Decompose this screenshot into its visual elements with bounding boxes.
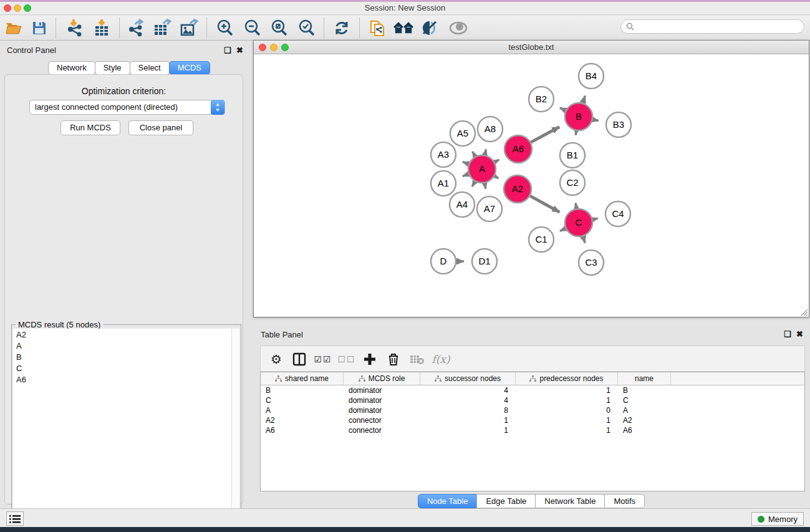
graph-edge-A-A3[interactable]	[463, 162, 468, 164]
graph-edge-B-B2[interactable]	[560, 108, 566, 110]
float-panel-icon[interactable]: ❑	[784, 330, 791, 339]
column-header[interactable]: successor nodes	[420, 372, 516, 385]
tab-style[interactable]: Style	[95, 61, 130, 75]
close-panel-icon[interactable]: ✖	[796, 330, 803, 339]
network-window-titlebar[interactable]: testGlobe.txt	[254, 41, 809, 54]
import-table-icon[interactable]	[92, 19, 112, 37]
graph-edge-C-C3[interactable]	[583, 236, 585, 243]
import-network-icon[interactable]	[65, 19, 85, 37]
zoom-network-button[interactable]	[281, 44, 289, 51]
export-image-icon[interactable]	[179, 19, 199, 37]
main-toolbar	[0, 16, 810, 41]
zoom-in-icon[interactable]	[215, 19, 235, 37]
graph-node-label: B1	[567, 150, 578, 160]
close-window-button[interactable]	[4, 4, 11, 12]
table-row[interactable]: A6 connector 1 1 A6	[261, 425, 804, 435]
graph-edge-A-A7[interactable]	[485, 183, 486, 189]
zoom-fit-icon[interactable]	[269, 19, 289, 37]
graph-node-label: C2	[566, 177, 578, 188]
control-panel-tabs: Network Style Select MCDS	[49, 61, 210, 75]
tab-node-table[interactable]: Node Table	[418, 494, 478, 508]
table-row[interactable]: B dominator 4 1 B	[261, 385, 804, 395]
export-network-icon[interactable]	[126, 19, 146, 37]
minimize-network-button[interactable]	[270, 44, 277, 51]
close-panel-button[interactable]: Close panel	[128, 120, 193, 135]
save-session-icon[interactable]	[29, 19, 49, 37]
run-mcds-button[interactable]: Run MCDS	[60, 120, 120, 135]
tab-select[interactable]: Select	[130, 61, 170, 75]
table-toolbar: ⚙ ☑☑ ☐☐ f(x)	[260, 346, 805, 372]
graph-edge-C-C4[interactable]	[592, 218, 597, 220]
minimize-window-button[interactable]	[14, 4, 21, 12]
node-table[interactable]: shared name MCDS role successor nodes pr…	[260, 372, 805, 491]
control-panel-header: Control Panel ❑ ✖	[2, 46, 248, 57]
graph-edge-A2-C[interactable]	[530, 196, 559, 212]
search-box[interactable]	[620, 19, 804, 34]
delete-table-icon	[407, 349, 428, 369]
graph-edge-A-A4[interactable]	[472, 181, 475, 186]
zoom-window-button[interactable]	[24, 4, 31, 12]
zoom-out-icon[interactable]	[243, 19, 263, 37]
table-panel-title: Table Panel	[261, 330, 303, 339]
task-history-button[interactable]	[6, 511, 24, 526]
graph-edge-B-B4[interactable]	[583, 96, 586, 103]
graph-edge-A-A8[interactable]	[485, 149, 486, 155]
column-header[interactable]: MCDS role	[344, 372, 420, 385]
mcds-result-list[interactable]: A2 A B C A6	[13, 329, 232, 532]
zoom-selected-icon[interactable]	[297, 19, 317, 37]
list-item[interactable]: A6	[13, 374, 232, 385]
open-file-icon[interactable]	[4, 19, 24, 37]
column-header[interactable]: predecessor nodes	[516, 372, 618, 385]
network-canvas[interactable]: B4B2BB3A5A8A6A3B1AA1C2A2A4A7C4CC1C3DD1	[254, 55, 809, 317]
table-settings-icon[interactable]: ⚙	[266, 349, 287, 369]
home-layout-icon[interactable]	[393, 19, 413, 37]
graph-edge-C-C1[interactable]	[560, 228, 566, 231]
network-graph[interactable]: B4B2BB3A5A8A6A3B1AA1C2A2A4A7C4CC1C3DD1	[254, 55, 809, 317]
table-row[interactable]: A dominator 8 0 A	[261, 405, 804, 415]
table-row[interactable]: A2 connector 1 1 A2	[261, 415, 804, 425]
tab-network[interactable]: Network	[48, 61, 95, 75]
tab-edge-table[interactable]: Edge Table	[476, 494, 536, 508]
add-column-icon[interactable]	[359, 349, 380, 369]
graph-edge-A-A1[interactable]	[463, 174, 468, 177]
column-header[interactable]: shared name	[261, 372, 344, 385]
graph-edge-A-A6[interactable]	[494, 160, 499, 162]
tab-motifs[interactable]: Motifs	[604, 494, 645, 508]
float-panel-icon[interactable]: ❑	[224, 46, 231, 55]
column-header[interactable]: name	[618, 372, 671, 385]
graph-edge-A-A2[interactable]	[494, 176, 498, 178]
close-network-button[interactable]	[259, 44, 266, 51]
graph-edge-B-B1[interactable]	[576, 131, 576, 135]
criterion-dropdown[interactable]: largest connected component (directed) ▲…	[29, 100, 225, 115]
list-item[interactable]: A	[13, 340, 232, 351]
list-item[interactable]: B	[13, 351, 232, 362]
refresh-icon[interactable]	[332, 19, 352, 37]
resize-grip[interactable]	[799, 307, 808, 316]
graph-edge-A6-B[interactable]	[531, 127, 559, 143]
graph-node-label: A5	[457, 128, 468, 138]
graph-node-label: A	[479, 163, 485, 174]
toolbar-separator	[206, 18, 207, 38]
export-table-icon[interactable]	[152, 19, 172, 37]
show-details-icon[interactable]	[448, 19, 468, 37]
hide-details-icon[interactable]	[420, 19, 440, 37]
tab-network-table[interactable]: Network Table	[535, 494, 605, 508]
select-all-icon[interactable]: ☑☑	[312, 349, 334, 369]
graph-edge-C-C2[interactable]	[576, 203, 576, 209]
table-row[interactable]: C dominator 4 1 C	[261, 395, 804, 405]
list-item[interactable]: A2	[13, 329, 232, 340]
graph-edge-A-A5[interactable]	[473, 152, 475, 157]
duplicate-network-icon[interactable]	[368, 19, 388, 37]
deselect-all-icon[interactable]: ☐☐	[336, 349, 357, 369]
search-input[interactable]	[637, 22, 804, 31]
list-item[interactable]: C	[13, 362, 232, 374]
delete-column-icon[interactable]	[383, 349, 404, 369]
graph-node-label: A4	[456, 199, 468, 210]
tab-mcds[interactable]: MCDS	[169, 61, 210, 75]
graph-edge-B-B3[interactable]	[593, 120, 599, 121]
memory-button[interactable]: Memory	[751, 512, 804, 526]
close-panel-icon[interactable]: ✖	[236, 46, 243, 55]
column-visibility-icon[interactable]	[289, 349, 310, 369]
scrollbar[interactable]	[231, 329, 239, 532]
mcds-result-box: MCDS result (5 nodes) A2 A B C A6	[11, 324, 241, 532]
